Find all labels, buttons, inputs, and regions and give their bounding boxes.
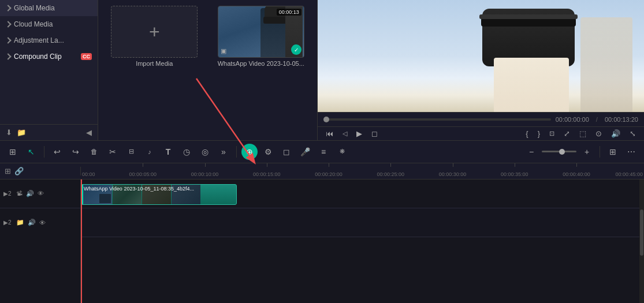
whatsapp-video-thumb: 00:00:13 ▣ ✓ [218,6,304,58]
zoom-minus-button[interactable]: − [523,144,539,160]
ruler-mark-9: 00:00:45:00 [615,171,643,177]
vol-track-icon[interactable]: 🔊 [28,219,36,226]
video-duration-badge: 00:00:13 [277,9,301,16]
timeline-scrollbar[interactable] [639,179,644,304]
panel-view-button[interactable]: ⊞ [605,144,621,160]
frame-back-button[interactable]: ◁ [340,129,349,139]
timeline-track-labels-header: ⊞ 🔗 [0,167,81,175]
arrow-icon [5,37,11,43]
sidebar-item-adjustment-la[interactable]: Adjustment La... [0,32,98,48]
sidebar-item-compound-clip[interactable]: Compound Clip CC [0,48,98,65]
playback-controls: ⏮ ◁ ▶ ◻ { } ⊡ ⤢ ⬚ ⊙ 🔊 ⤡ [318,126,644,140]
zoom-thumb [559,149,565,155]
video-track-label: ▶2 📽 🔊 👁 [0,179,80,208]
volume-button[interactable]: 🔊 [609,128,623,139]
ruler-tick [205,163,206,167]
trim-button[interactable]: ⊟ [123,144,139,160]
whatsapp-video-item[interactable]: 00:00:13 ▣ ✓ WhatsApp Video 2023-10-05..… [211,6,312,67]
delete-button[interactable]: 🗑 [86,144,102,160]
track-number-1: ▶2 [3,190,12,197]
redo-button[interactable]: ↪ [68,144,84,160]
arrow-icon [5,5,11,11]
ruler-mark-3: 00:00:15:00 [253,171,281,177]
sidebar-item-label: Cloud Media [14,20,53,28]
cut-button[interactable]: ✂ [105,144,121,160]
screen-button[interactable]: ⬚ [577,128,589,139]
zoom-plus-button[interactable]: + [579,144,595,160]
media-grid: + Import Media 0 [104,6,311,67]
clip-label: WhatsApp Video 2023-10-05_11-08:35_4b2f4… [84,186,194,192]
more-options-button[interactable]: ⋯ [623,144,639,160]
effect-button[interactable]: ❋ [334,144,350,160]
sidebar-item-global-media[interactable]: Global Media [0,0,98,16]
link-icon[interactable]: 🔗 [14,167,24,175]
fullscreen-button[interactable]: ⤡ [627,128,638,139]
media-panel: + Import Media 0 [98,0,318,140]
ruler-tick [453,163,453,167]
svg-line-1 [196,78,254,162]
timeline-header: ⊞ 🔗 00:00 00:00:05:00 00:00:10:00 00:00:… [0,163,644,179]
track-labels-column: ▶2 📽 🔊 👁 ▶2 📁 🔊 👁 [0,179,81,304]
camera-button[interactable]: ⊙ [593,128,604,139]
track-content-column: WhatsApp Video 2023-10-05_11-08:35_4b2f4… [81,179,644,304]
ruler-mark-4: 00:00:20:00 [315,171,343,177]
preview-video [318,0,644,112]
whatsapp-video-label: WhatsApp Video 2023-10-05... [218,60,304,67]
import-icon[interactable]: ⬇ [6,128,12,137]
eye-track-icon[interactable]: 👁 [38,190,44,197]
stop-button[interactable]: ◻ [369,128,380,139]
add-track-icon[interactable]: ⊞ [5,167,11,175]
track-number-2: ▶2 [3,219,12,226]
rewind-button[interactable]: ⏮ [323,128,336,139]
ruler-tick [143,163,143,167]
audio-track-row[interactable] [81,208,644,237]
video-track-row[interactable]: WhatsApp Video 2023-10-05_11-08:35_4b2f4… [81,179,644,208]
current-time: 00:00:00:00 [556,116,589,123]
ruler-tick [515,163,515,167]
sidebar-item-label: Global Media [14,4,55,12]
video-clip-block[interactable]: WhatsApp Video 2023-10-05_11-08:35_4b2f4… [81,184,237,205]
subtitle-button[interactable]: ≡ [315,144,332,160]
scrollbar-thumb[interactable] [640,210,643,256]
audio-track-icon[interactable]: 🔊 [26,190,34,197]
expand-button[interactable]: ⤢ [561,128,572,139]
sidebar-item-cloud-media[interactable]: Cloud Media [0,16,98,32]
arrow-icon [5,21,11,27]
mark-out-button[interactable]: } [535,128,542,139]
ruler-mark-0: 00:00 [82,171,95,177]
progress-handle[interactable] [323,117,329,122]
audio-track-icon2[interactable]: 📁 [16,219,24,226]
clip-mark-button[interactable]: ⊡ [547,129,557,139]
preview-controls: 00:00:00:00 / 00:00:13:20 [318,112,644,126]
collapse-icon[interactable]: ◀ [86,128,92,137]
compound-clip-badge: CC [81,53,92,60]
ruler-tick [329,163,329,167]
toolbar: ⊞ ↖ ↩ ↪ 🗑 ✂ ⊟ ♪ T ◷ ◎ » ⊕ ⚙ ◻ 🎤 ≡ ❋ − + … [0,140,644,163]
scene-bg [318,0,644,112]
import-media-item[interactable]: + Import Media [104,6,205,67]
cursor-button[interactable]: ↖ [23,144,39,160]
ruler-mark-1: 00:00:05:00 [129,171,157,177]
arrow-icon [5,53,11,59]
play-button[interactable]: ▶ [354,128,364,139]
timeline-ruler[interactable]: 00:00 00:00:05:00 00:00:10:00 00:00:15:0… [81,163,644,179]
mark-in-button[interactable]: { [523,128,530,139]
arrow-annotation-container [104,73,311,134]
ruler-tick [576,163,577,167]
progress-bar[interactable] [323,118,551,121]
toolbar-separator-1 [44,146,44,158]
left-panel-footer: ⬇ 📁 ◀ [0,124,98,140]
ruler-mark-7: 00:00:35:00 [501,171,528,177]
video-track-icon[interactable]: 📽 [16,190,23,197]
eye-track-icon2[interactable]: 👁 [39,219,46,226]
folder-icon[interactable]: 📁 [17,128,26,137]
import-media-label: Import Media [136,60,173,67]
sidebar-item-label: Adjustment La... [14,36,64,44]
split-view-button[interactable]: ⊞ [5,144,21,160]
zoom-slider[interactable] [542,151,576,152]
left-panel: Global Media Cloud Media Adjustment La..… [0,0,98,140]
undo-button[interactable]: ↩ [49,144,65,160]
ruler-tick [267,163,267,167]
import-thumb: + [111,6,198,58]
total-time: 00:00:13:20 [605,116,638,123]
